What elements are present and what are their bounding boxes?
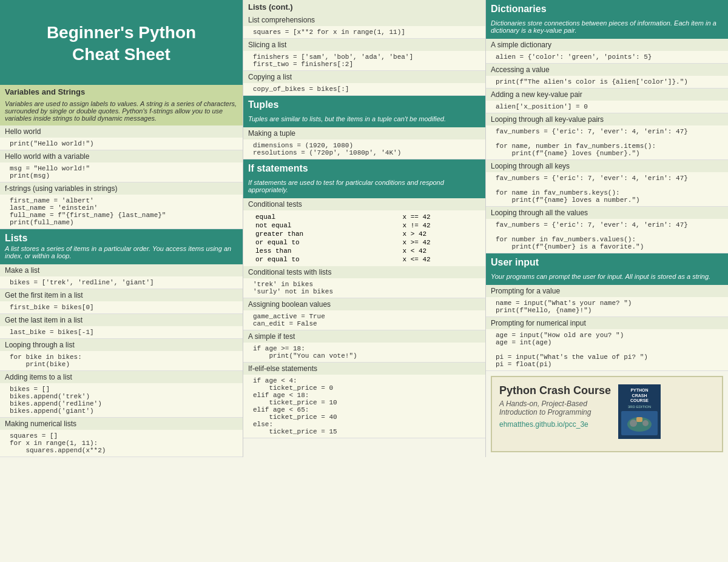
conditional-row-label: less than — [253, 247, 400, 255]
prompting-numerical-code: age = input("How old are you? ") age = i… — [486, 329, 728, 371]
copying-label: Copying a list — [243, 71, 485, 83]
prompting-value-label: Prompting for a value — [486, 285, 728, 297]
looping-list-label: Looping through a list — [0, 339, 243, 351]
slicing-label: Slicing a list — [243, 39, 485, 51]
conditional-row-label: not equal — [253, 221, 400, 230]
ifeliflelse-label: If-elif-else statements — [243, 363, 485, 375]
tuples-header: Tuples — [243, 96, 485, 114]
simple-if-label: A simple if test — [243, 330, 485, 343]
conditional-lists-label: Conditional tests with lists — [243, 266, 485, 278]
hello-world-label: Hello world — [0, 125, 243, 138]
conditional-row-value: x != 42 — [400, 221, 480, 230]
first-item-code: first_bike = bikes[0] — [0, 301, 243, 314]
simple-dict-code: alien = {'color': 'green', 'points': 5} — [486, 51, 728, 64]
conditional-row-label: equal — [253, 213, 400, 221]
boolean-values-label: Assigning boolean values — [243, 298, 485, 310]
conditional-tests-label: Conditional tests — [243, 198, 485, 210]
make-list-code: bikes = ['trek', 'redline', 'giant'] — [0, 276, 243, 289]
ifelifelse-code: if age < 4: ticket_price = 0 elif age < … — [243, 375, 485, 438]
last-item-code: last_bike = bikes[-1] — [0, 326, 243, 339]
loop-values-code: fav_numbers = {'eric': 7, 'ever': 4, 'er… — [486, 219, 728, 253]
conditional-row-label: greater than — [253, 230, 400, 238]
conditional-lists-code: 'trek' in bikes 'surly' not in bikes — [243, 278, 485, 298]
last-item-label: Get the last item in a list — [0, 314, 243, 326]
lists-section-desc: A list stores a series of items in a par… — [0, 245, 243, 264]
simple-dict-label: A simple dictionary — [486, 39, 728, 51]
book-cover-image — [621, 411, 658, 435]
variables-section-header: Variables and Strings — [0, 85, 243, 99]
fstrings-label: f-strings (using variables in strings) — [0, 182, 243, 195]
book-cover-title: PYTHON CRASH COURSE — [630, 388, 649, 403]
list-comprehensions-label: List comprehensions — [243, 14, 485, 26]
conditional-tests-table: equalx == 42not equalx != 42greater than… — [243, 210, 485, 266]
dict-desc: Dictionaries store connections between p… — [486, 18, 728, 39]
conditional-row-value: x < 42 — [400, 247, 480, 255]
adding-items-label: Adding items to a list — [0, 371, 243, 383]
dict-header: Dictionaries — [486, 0, 728, 18]
book-cover-subtitle: 3RD EDITION — [628, 405, 651, 409]
user-input-desc: Your programs can prompt the user for in… — [486, 272, 728, 285]
hello-world-var-label: Hello world with a variable — [0, 150, 243, 162]
loop-values-label: Looping through all the values — [486, 207, 728, 219]
hello-world-code: print("Hello world!") — [0, 138, 243, 150]
variables-section-desc: Variables are used to assign labels to v… — [0, 99, 243, 125]
slicing-code: finishers = ['sam', 'bob', 'ada', 'bea']… — [243, 51, 485, 71]
fstrings-code: first_name = 'albert' last_name = 'einst… — [0, 195, 243, 229]
conditional-row-value: x <= 42 — [400, 255, 480, 264]
lists-cont-header: Lists (cont.) — [243, 0, 485, 14]
book-title: Python Crash Course — [499, 384, 611, 397]
accessing-value-code: print(f"The alien's color is {alien['col… — [486, 76, 728, 89]
conditional-row-value: x >= 42 — [400, 238, 480, 247]
accessing-value-label: Accessing a value — [486, 64, 728, 76]
user-input-header: User input — [486, 253, 728, 272]
loop-keys-code: fav_numbers = {'eric': 7, 'ever': 4, 'er… — [486, 172, 728, 207]
column-2: Lists (cont.) List comprehensions square… — [243, 0, 485, 457]
making-tuple-label: Making a tuple — [243, 127, 485, 139]
book-subtitle: A Hands-on, Project-Based Introduction t… — [499, 400, 611, 416]
make-list-label: Make a list — [0, 264, 243, 276]
page-title: Beginner's Python Cheat Sheet — [47, 22, 196, 66]
adding-kv-code: alien['x_position'] = 0 — [486, 101, 728, 113]
loop-kv-label: Looping through all key-value pairs — [486, 113, 728, 125]
adding-items-code: bikes = [] bikes.append('trek') bikes.ap… — [0, 383, 243, 418]
svg-point-2 — [642, 420, 649, 426]
loop-keys-label: Looping through all keys — [486, 160, 728, 172]
book-box: Python Crash Course A Hands-on, Project-… — [491, 376, 723, 452]
boolean-values-code: game_active = True can_edit = False — [243, 310, 485, 330]
conditional-row-value: x > 42 — [400, 230, 480, 238]
loop-kv-code: fav_numbers = {'eric': 7, 'ever': 4, 'er… — [486, 125, 728, 160]
list-comprehensions-code: squares = [x**2 for x in range(1, 11)] — [243, 26, 485, 39]
tuples-desc: Tuples are similar to lists, but the ite… — [243, 114, 485, 127]
first-item-label: Get the first item in a list — [0, 289, 243, 301]
lists-section-header: Lists — [0, 229, 243, 245]
looping-list-code: for bike in bikes: print(bike) — [0, 351, 243, 371]
header-box: Beginner's Python Cheat Sheet — [0, 0, 243, 85]
adding-kv-label: Adding a new key-value pair — [486, 89, 728, 101]
copying-code: copy_of_bikes = bikes[:] — [243, 83, 485, 96]
conditional-row-label: or equal to — [253, 255, 400, 264]
conditional-row-label: or equal to — [253, 238, 400, 247]
book-text: Python Crash Course A Hands-on, Project-… — [499, 384, 611, 429]
prompting-numerical-label: Prompting for numerical input — [486, 317, 728, 329]
if-desc: If statements are used to test for parti… — [243, 178, 485, 198]
numerical-lists-label: Making numerical lists — [0, 418, 243, 430]
making-tuple-code: dimensions = (1920, 1080) resolutions = … — [243, 139, 485, 159]
simple-if-code: if age >= 18: print("You can vote!") — [243, 343, 485, 363]
numerical-lists-code: squares = [] for x in range(1, 11): squa… — [0, 430, 243, 457]
book-cover: PYTHON CRASH COURSE 3RD EDITION — [618, 384, 661, 439]
book-link[interactable]: ehmatthes.github.io/pcc_3e — [499, 420, 588, 429]
conditional-row-value: x == 42 — [400, 213, 480, 221]
svg-rect-3 — [636, 417, 642, 422]
if-header: If statements — [243, 159, 485, 178]
page: Beginner's Python Cheat Sheet Variables … — [0, 0, 728, 457]
column-1: Beginner's Python Cheat Sheet Variables … — [0, 0, 243, 457]
hello-world-var-code: msg = "Hello world!" print(msg) — [0, 162, 243, 182]
column-3: Dictionaries Dictionaries store connecti… — [485, 0, 728, 457]
svg-point-1 — [630, 420, 637, 427]
prompting-value-code: name = input("What's your name? ") print… — [486, 297, 728, 317]
